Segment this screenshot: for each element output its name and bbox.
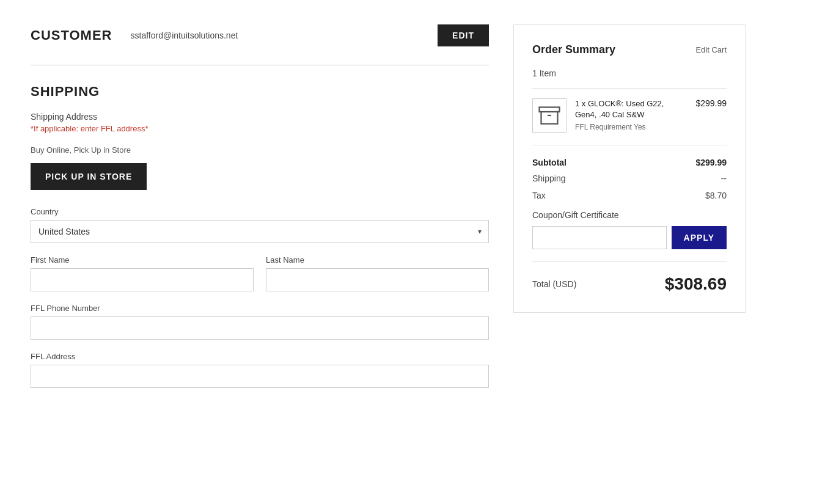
item-price: $299.99 [695, 98, 727, 133]
item-icon [532, 98, 566, 133]
country-select[interactable]: United States [31, 220, 489, 243]
main-content: CUSTOMER sstafford@intuitsolutions.net E… [31, 24, 489, 400]
item-name: 1 x GLOCK®: Used G22, Gen4, .40 Cal S&W [575, 98, 687, 120]
order-summary: Order Summary Edit Cart 1 Item 1 x GLOCK… [513, 24, 746, 313]
svg-rect-0 [540, 108, 560, 112]
summary-header: Order Summary Edit Cart [532, 43, 727, 56]
shipping-address-group: Shipping Address *If applicable: enter F… [31, 112, 489, 133]
shipping-section: SHIPPING Shipping Address *If applicable… [31, 84, 489, 388]
country-label: Country [31, 207, 489, 216]
subtotal-label: Subtotal [532, 158, 566, 167]
country-select-wrapper: United States ▾ [31, 220, 489, 243]
coupon-input[interactable] [532, 226, 667, 249]
total-label: Total (USD) [532, 279, 576, 289]
last-name-label: Last Name [266, 255, 489, 265]
tax-value: $8.70 [705, 191, 727, 200]
shipping-label: SHIPPING [31, 84, 489, 100]
shipping-row-value: -- [721, 173, 727, 183]
last-name-input[interactable] [266, 268, 489, 291]
coupon-label: Coupon/Gift Certificate [532, 210, 727, 220]
item-count: 1 Item [532, 68, 727, 89]
item-ffl: FFL Requirement Yes [575, 123, 687, 131]
ffl-phone-group: FFL Phone Number [31, 304, 489, 340]
ffl-address-group: FFL Address [31, 352, 489, 388]
total-amount: $308.69 [665, 274, 727, 294]
subtotal-value: $299.99 [695, 158, 727, 167]
coupon-section: Coupon/Gift Certificate APPLY [532, 210, 727, 249]
ffl-address-label: FFL Address [31, 352, 489, 361]
ffl-phone-label: FFL Phone Number [31, 304, 489, 313]
order-item: 1 x GLOCK®: Used G22, Gen4, .40 Cal S&W … [532, 98, 727, 145]
shipping-address-label: Shipping Address [31, 112, 489, 122]
coupon-row: APPLY [532, 226, 727, 249]
buy-online-text: Buy Online, Pick Up in Store [31, 145, 489, 155]
pickup-in-store-button[interactable]: PICK UP IN STORE [31, 163, 147, 190]
customer-email: sstafford@intuitsolutions.net [131, 31, 420, 40]
name-row: First Name Last Name [31, 255, 489, 291]
last-name-group: Last Name [266, 255, 489, 291]
first-name-group: First Name [31, 255, 254, 291]
summary-title: Order Summary [532, 43, 615, 56]
ffl-notice: *If applicable: enter FFL address* [31, 124, 489, 133]
first-name-label: First Name [31, 255, 254, 265]
country-group: Country United States ▾ [31, 207, 489, 243]
edit-cart-link[interactable]: Edit Cart [695, 45, 727, 54]
first-name-input[interactable] [31, 268, 254, 291]
item-details: 1 x GLOCK®: Used G22, Gen4, .40 Cal S&W … [575, 98, 687, 133]
edit-customer-button[interactable]: EDIT [438, 24, 489, 46]
package-icon [538, 104, 560, 126]
tax-label: Tax [532, 191, 546, 200]
shipping-row-label: Shipping [532, 173, 566, 183]
total-row: Total (USD) $308.69 [532, 261, 727, 294]
shipping-row: Shipping -- [532, 173, 727, 183]
apply-button[interactable]: APPLY [672, 226, 727, 249]
tax-row: Tax $8.70 [532, 191, 727, 200]
section-divider [31, 65, 489, 65]
subtotal-row: Subtotal $299.99 [532, 158, 727, 167]
customer-label: CUSTOMER [31, 27, 112, 43]
ffl-phone-input[interactable] [31, 316, 489, 340]
customer-section: CUSTOMER sstafford@intuitsolutions.net E… [31, 24, 489, 46]
ffl-address-input[interactable] [31, 365, 489, 388]
